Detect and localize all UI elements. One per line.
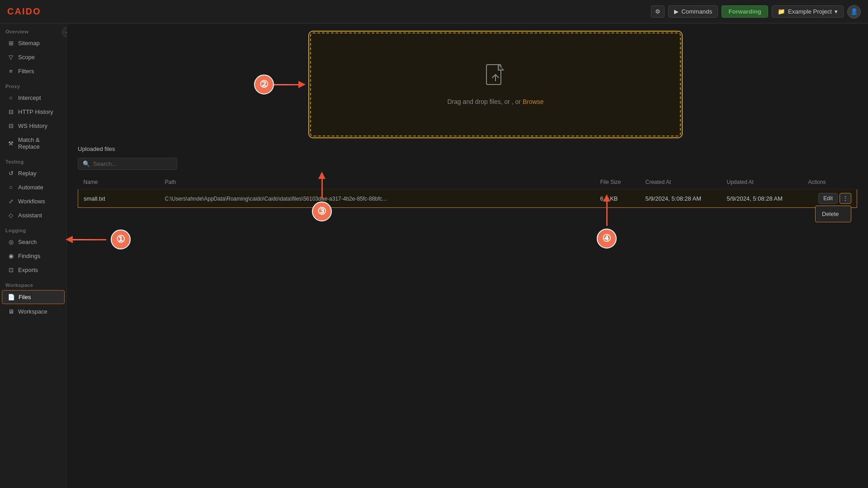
sidebar-item-replay[interactable]: ↺ Replay	[2, 167, 65, 180]
sidebar-section-workspace: Workspace	[0, 277, 66, 290]
scope-icon: ▽	[7, 54, 14, 61]
sidebar-item-label: Search	[18, 239, 37, 245]
sidebar-item-label: Workflows	[18, 198, 45, 205]
delete-menu-item[interactable]: Delete	[816, 208, 851, 220]
collapse-icon: «	[66, 29, 67, 35]
main-layout: « Overview ⊞ Sitemap ▽ Scope ≡ Filters P…	[0, 23, 868, 488]
sidebar-item-label: Findings	[18, 253, 40, 259]
filters-icon: ≡	[7, 68, 14, 75]
forwarding-button[interactable]: Forwarding	[722, 5, 768, 18]
sidebar: « Overview ⊞ Sitemap ▽ Scope ≡ Filters P…	[0, 23, 67, 488]
topbar: CAIDO ⚙ ▶ Commands Forwarding 📁 Example …	[0, 0, 868, 23]
col-name: Name	[78, 175, 160, 189]
sidebar-item-workspace[interactable]: 🖥 Workspace	[2, 305, 65, 318]
cell-name: small.txt	[78, 189, 160, 208]
sidebar-item-sitemap[interactable]: ⊞ Sitemap	[2, 37, 65, 50]
commands-button[interactable]: ▶ Commands	[668, 5, 718, 18]
sidebar-item-label: Intercept	[18, 94, 41, 101]
more-button[interactable]: ⋮	[840, 193, 851, 204]
assistant-icon: ◇	[7, 212, 14, 219]
folder-icon: 📁	[778, 8, 785, 15]
uploaded-files-title: Uploaded files	[78, 145, 857, 152]
search-bar[interactable]: 🔍	[78, 158, 177, 170]
forwarding-label: Forwarding	[728, 8, 761, 15]
http-history-icon: ⊟	[7, 108, 14, 115]
sidebar-item-scope[interactable]: ▽ Scope	[2, 51, 65, 64]
sidebar-item-label: Sitemap	[18, 40, 40, 47]
intercept-icon: ○	[7, 94, 14, 101]
sidebar-item-label: WS History	[18, 122, 47, 129]
match-replace-icon: ⚒	[7, 140, 14, 147]
dropdown-menu: Delete	[815, 206, 851, 222]
files-table: Name Path File Size Created At Updated A…	[78, 175, 857, 208]
sidebar-item-label: Workspace	[18, 308, 47, 315]
replay-icon: ↺	[7, 170, 14, 177]
sidebar-item-intercept[interactable]: ○ Intercept	[2, 91, 65, 104]
avatar-button[interactable]: 👤	[847, 5, 861, 19]
upload-dropzone[interactable]: Drag and drop files, or , or Browse	[310, 33, 681, 136]
findings-icon: ◉	[7, 253, 14, 259]
uploaded-files-section: Uploaded files 🔍 Name Path File Size Cre…	[78, 145, 857, 208]
sidebar-item-label: Automate	[18, 184, 43, 191]
search-input[interactable]	[93, 160, 172, 167]
col-file-size: File Size	[595, 175, 640, 189]
sidebar-section-overview: Overview	[0, 23, 66, 36]
user-icon: 👤	[850, 8, 858, 15]
exports-icon: ⊡	[7, 267, 14, 273]
sidebar-item-label: Replay	[18, 170, 36, 177]
sidebar-item-exports[interactable]: ⊡ Exports	[2, 263, 65, 277]
sidebar-item-match-replace[interactable]: ⚒ Match & Replace	[2, 133, 65, 153]
content-area: ② Drag and drop	[67, 23, 868, 488]
cell-file-size: 6.4 KB	[595, 189, 640, 208]
files-icon: 📄	[8, 294, 15, 300]
topbar-right: ⚙ ▶ Commands Forwarding 📁 Example Projec…	[651, 5, 861, 19]
gear-icon: ⚙	[655, 8, 660, 15]
more-icon: ⋮	[843, 195, 848, 202]
sidebar-section-testing: Testing	[0, 154, 66, 166]
sidebar-item-label: Match & Replace	[18, 136, 59, 150]
project-button[interactable]: 📁 Example Project ▾	[772, 5, 844, 18]
search-icon: 🔍	[83, 160, 90, 167]
sitemap-icon: ⊞	[7, 40, 14, 47]
sidebar-item-label: Assistant	[18, 212, 42, 219]
cell-updated-at: 5/9/2024, 5:08:28 AM	[722, 189, 803, 208]
search-icon: ◎	[7, 239, 14, 245]
sidebar-item-label: HTTP History	[18, 108, 53, 115]
browse-link[interactable]: Browse	[523, 98, 544, 105]
col-path: Path	[160, 175, 595, 189]
col-created-at: Created At	[640, 175, 722, 189]
sidebar-item-workflows[interactable]: ⤢ Workflows	[2, 195, 65, 208]
upload-instruction: Drag and drop files, or , or Browse	[447, 98, 543, 105]
workspace-icon: 🖥	[7, 308, 14, 315]
cell-actions: Edit ⋮ Delete	[803, 189, 857, 208]
sidebar-item-label: Filters	[18, 68, 34, 75]
workflows-icon: ⤢	[7, 198, 14, 205]
sidebar-item-search[interactable]: ◎ Search	[2, 235, 65, 249]
sidebar-item-label: Scope	[18, 54, 35, 61]
sidebar-item-files[interactable]: 📄 Files	[2, 290, 65, 304]
col-updated-at: Updated At	[722, 175, 803, 189]
actions-cell: Edit ⋮ Delete	[808, 193, 852, 204]
settings-button[interactable]: ⚙	[651, 5, 665, 18]
upload-file-icon	[486, 64, 505, 92]
table-row[interactable]: small.txt C:\Users\ahnde\AppData\Roaming…	[78, 189, 857, 208]
ws-history-icon: ⊟	[7, 122, 14, 129]
sidebar-item-http-history[interactable]: ⊟ HTTP History	[2, 105, 65, 118]
commands-label: Commands	[681, 8, 712, 15]
sidebar-section-logging: Logging	[0, 222, 66, 235]
sidebar-item-automate[interactable]: ○ Automate	[2, 181, 65, 194]
cell-created-at: 5/9/2024, 5:08:28 AM	[640, 189, 722, 208]
sidebar-item-label: Exports	[18, 267, 38, 273]
sidebar-item-assistant[interactable]: ◇ Assistant	[2, 209, 65, 222]
sidebar-item-findings[interactable]: ◉ Findings	[2, 249, 65, 263]
terminal-icon: ▶	[674, 8, 679, 15]
automate-icon: ○	[7, 184, 14, 191]
sidebar-item-label: Files	[19, 294, 31, 300]
cell-path: C:\Users\ahnde\AppData\Roaming\caido\Cai…	[160, 189, 595, 208]
sidebar-item-filters[interactable]: ≡ Filters	[2, 65, 65, 78]
sidebar-item-ws-history[interactable]: ⊟ WS History	[2, 119, 65, 132]
edit-button[interactable]: Edit	[818, 193, 838, 204]
chevron-down-icon: ▾	[835, 8, 838, 15]
logo: CAIDO	[7, 6, 41, 17]
col-actions: Actions	[803, 175, 857, 189]
